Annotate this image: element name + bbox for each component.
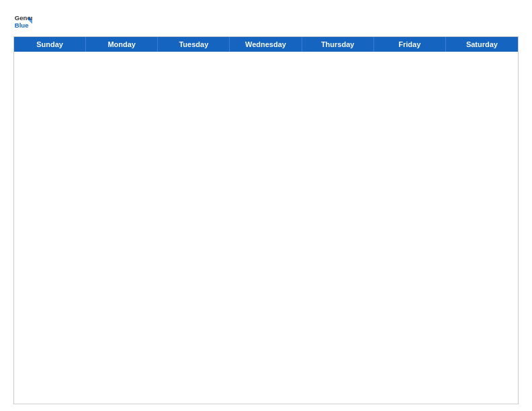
day-header-friday: Friday bbox=[374, 37, 446, 52]
svg-text:Blue: Blue bbox=[15, 21, 29, 29]
day-header-wednesday: Wednesday bbox=[230, 37, 302, 52]
header: General Blue bbox=[13, 12, 519, 31]
day-header-tuesday: Tuesday bbox=[158, 37, 230, 52]
day-header-monday: Monday bbox=[86, 37, 158, 52]
day-headers: SundayMondayTuesdayWednesdayThursdayFrid… bbox=[14, 37, 518, 52]
page: General Blue SundayMondayTuesdayWednesda… bbox=[0, 0, 532, 411]
logo-icon: General Blue bbox=[13, 12, 32, 31]
day-header-saturday: Saturday bbox=[446, 37, 518, 52]
day-header-sunday: Sunday bbox=[14, 37, 86, 52]
calendar-body bbox=[14, 52, 518, 404]
logo: General Blue bbox=[13, 12, 32, 31]
day-header-thursday: Thursday bbox=[302, 37, 374, 52]
calendar: SundayMondayTuesdayWednesdayThursdayFrid… bbox=[13, 36, 519, 404]
